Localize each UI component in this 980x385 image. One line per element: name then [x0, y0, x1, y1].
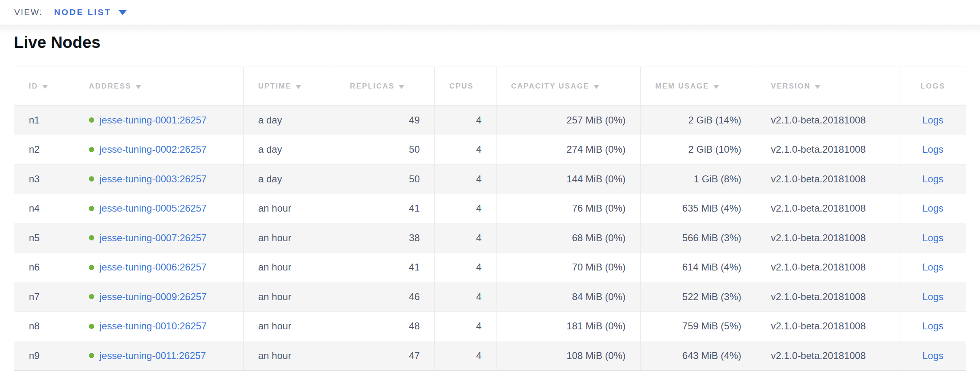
cell-replicas: 47	[335, 341, 435, 370]
node-capacity: 257 MiB (0%)	[567, 115, 626, 126]
cell-cpus: 4	[435, 135, 496, 164]
node-status-icon	[89, 117, 94, 123]
cell-replicas: 38	[335, 223, 435, 253]
cell-address: jesse-tuning-0002:26257	[74, 135, 244, 164]
node-mem: 643 MiB (4%)	[682, 350, 741, 361]
node-cpus: 4	[476, 115, 481, 126]
cell-address: jesse-tuning-0011:26257	[74, 341, 244, 370]
node-capacity: 68 MiB (0%)	[572, 232, 626, 244]
node-address-link[interactable]: jesse-tuning-0001:26257	[99, 115, 207, 126]
table-row: n9jesse-tuning-0011:26257an hour474108 M…	[14, 341, 966, 370]
node-id: n7	[29, 291, 40, 303]
node-uptime: an hour	[258, 203, 291, 214]
cell-capacity: 68 MiB (0%)	[496, 223, 641, 253]
cell-cpus: 4	[435, 253, 496, 282]
node-capacity: 76 MiB (0%)	[572, 203, 626, 214]
node-address-link[interactable]: jesse-tuning-0005:26257	[99, 203, 207, 214]
logs-link[interactable]: Logs	[922, 115, 943, 126]
node-id: n2	[29, 144, 40, 155]
node-version: v2.1.0-beta.20181008	[771, 262, 866, 273]
logs-link[interactable]: Logs	[922, 232, 943, 244]
node-uptime: an hour	[258, 320, 291, 332]
node-id: n8	[29, 320, 40, 332]
node-address-link[interactable]: jesse-tuning-0002:26257	[99, 144, 207, 155]
table-body: n1jesse-tuning-0001:26257a day494257 MiB…	[14, 105, 966, 370]
column-header-capacity-usage[interactable]: CAPACITY USAGE	[496, 67, 641, 105]
column-header-label: ID	[29, 82, 38, 91]
cell-cpus: 4	[435, 194, 496, 223]
cell-logs: Logs	[900, 282, 966, 311]
column-header-replicas[interactable]: REPLICAS	[335, 67, 435, 105]
live-nodes-table: IDADDRESSUPTIMEREPLICASCPUSCAPACITY USAG…	[14, 67, 966, 371]
cell-capacity: 257 MiB (0%)	[496, 106, 641, 135]
logs-link[interactable]: Logs	[922, 203, 943, 214]
cell-id: n2	[14, 135, 74, 164]
logs-link[interactable]: Logs	[922, 173, 943, 185]
node-version: v2.1.0-beta.20181008	[771, 320, 866, 332]
node-capacity: 274 MiB (0%)	[567, 144, 626, 155]
cell-uptime: an hour	[244, 341, 335, 370]
cell-uptime: an hour	[244, 223, 335, 253]
view-label: VIEW:	[14, 7, 43, 17]
column-header-label: CPUS	[449, 82, 474, 91]
cell-address: jesse-tuning-0006:26257	[74, 253, 244, 282]
column-header-address[interactable]: ADDRESS	[74, 67, 244, 105]
column-header-label: REPLICAS	[350, 82, 395, 91]
cell-logs: Logs	[900, 223, 966, 253]
cell-version: v2.1.0-beta.20181008	[756, 106, 900, 135]
logs-link[interactable]: Logs	[922, 262, 943, 273]
column-header-id[interactable]: ID	[14, 67, 74, 105]
node-uptime: a day	[258, 144, 282, 155]
cell-logs: Logs	[900, 194, 966, 223]
cell-address: jesse-tuning-0001:26257	[74, 106, 244, 135]
column-header-mem-usage[interactable]: MEM USAGE	[641, 67, 756, 105]
node-address-link[interactable]: jesse-tuning-0011:26257	[99, 350, 206, 361]
node-mem: 522 MiB (3%)	[682, 291, 741, 303]
cell-mem: 635 MiB (4%)	[641, 194, 756, 223]
table-row: n6jesse-tuning-0006:26257an hour41470 Mi…	[14, 253, 966, 282]
node-status-icon	[89, 206, 94, 211]
cell-id: n6	[14, 253, 74, 282]
node-id: n1	[29, 115, 40, 126]
column-header-uptime[interactable]: UPTIME	[244, 67, 335, 105]
node-status-icon	[89, 353, 94, 358]
cell-version: v2.1.0-beta.20181008	[756, 253, 900, 282]
table-row: n8jesse-tuning-0010:26257an hour484181 M…	[14, 311, 966, 341]
logs-link[interactable]: Logs	[922, 320, 943, 332]
cell-id: n5	[14, 223, 74, 253]
node-mem: 614 MiB (4%)	[682, 262, 741, 273]
column-header-label: UPTIME	[258, 82, 291, 91]
node-address-link[interactable]: jesse-tuning-0009:26257	[99, 291, 207, 303]
node-replicas: 47	[409, 350, 420, 361]
logs-link[interactable]: Logs	[922, 144, 943, 155]
cell-id: n3	[14, 164, 74, 194]
cell-replicas: 41	[335, 253, 435, 282]
cell-capacity: 274 MiB (0%)	[496, 135, 641, 164]
node-status-icon	[89, 265, 94, 270]
column-header-version[interactable]: VERSION	[756, 67, 900, 105]
node-replicas: 48	[409, 320, 420, 332]
node-address-link[interactable]: jesse-tuning-0007:26257	[99, 232, 207, 244]
node-address-link[interactable]: jesse-tuning-0003:26257	[99, 173, 207, 185]
cell-uptime: a day	[244, 164, 335, 194]
cell-address: jesse-tuning-0009:26257	[74, 282, 244, 311]
node-cpus: 4	[476, 173, 481, 185]
cell-uptime: an hour	[244, 253, 335, 282]
view-selected-value: NODE LIST	[54, 7, 111, 17]
cell-capacity: 181 MiB (0%)	[496, 312, 641, 341]
node-status-icon	[89, 294, 94, 299]
cell-replicas: 50	[335, 164, 435, 194]
node-address-link[interactable]: jesse-tuning-0010:26257	[99, 320, 207, 332]
dropdown-caret-icon	[119, 10, 127, 15]
view-selector[interactable]: NODE LIST	[54, 7, 127, 17]
logs-link[interactable]: Logs	[922, 350, 943, 361]
cell-mem: 643 MiB (4%)	[641, 341, 756, 370]
cell-cpus: 4	[435, 164, 496, 194]
node-version: v2.1.0-beta.20181008	[771, 232, 866, 244]
cell-replicas: 46	[335, 282, 435, 311]
cell-logs: Logs	[900, 253, 966, 282]
sort-desc-icon	[136, 85, 141, 89]
node-cpus: 4	[476, 320, 481, 332]
logs-link[interactable]: Logs	[922, 291, 943, 303]
node-address-link[interactable]: jesse-tuning-0006:26257	[99, 262, 207, 273]
